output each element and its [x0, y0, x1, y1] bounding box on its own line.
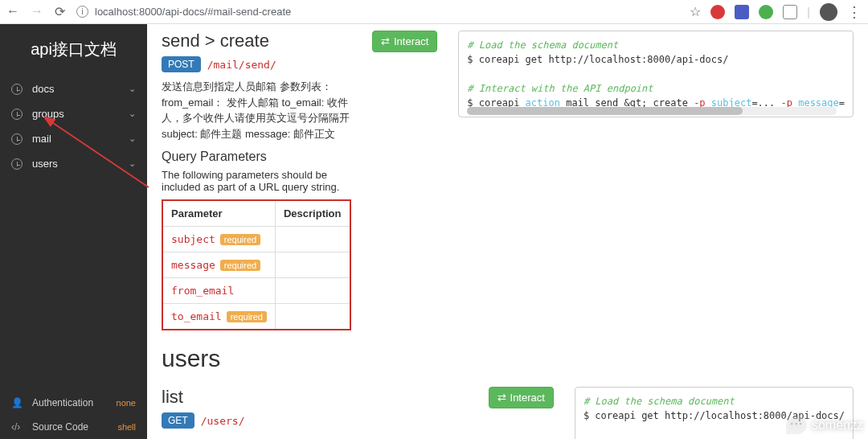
chevron-down-icon: ⌄ [129, 133, 136, 144]
address-bar[interactable]: i localhost:8000/api-docs/#mail-send-cre… [76, 6, 678, 18]
clock-icon [11, 158, 23, 170]
sidebar-footer-label: Source Code [32, 421, 88, 433]
interact-button[interactable]: Interact [489, 387, 554, 408]
endpoint-description: 发送信息到指定人员邮箱 参数列表： from_email： 发件人邮箱 to_e… [162, 79, 351, 142]
code-example: # Load the schema document $ coreapi get… [575, 387, 854, 439]
th-description: Description [275, 200, 350, 227]
browser-right-icons: ☆ | ⋮ [690, 3, 862, 21]
sidebar-item-docs[interactable]: docs ⌄ [0, 76, 147, 101]
clock-icon [11, 133, 23, 145]
endpoint-users-list: list GET /users/ API endpoint that allow… [162, 380, 854, 439]
endpoint-mail-send-create: send > create POST /mail/send/ 发送信息到指定人员… [162, 24, 854, 330]
sidebar-item-label: groups [32, 108, 64, 120]
th-parameter: Parameter [162, 200, 275, 227]
param-name: from_email [171, 285, 234, 297]
sidebar-footer-value: shell [117, 422, 136, 432]
star-icon[interactable]: ☆ [690, 4, 701, 19]
interact-button[interactable]: Interact [372, 31, 437, 52]
sidebar-item-mail[interactable]: mail ⌄ [0, 126, 147, 151]
nav-buttons: ← → ⟳ [6, 4, 65, 19]
info-icon: i [76, 6, 88, 18]
sidebar: api接口文档 docs ⌄ groups ⌄ mail ⌄ users ⌄ [0, 24, 147, 439]
browser-toolbar: ← → ⟳ i localhost:8000/api-docs/#mail-se… [0, 0, 868, 24]
sidebar-footer-value: none [117, 398, 136, 408]
param-name: to_email [171, 310, 222, 322]
method-badge-post: POST [162, 56, 201, 72]
abp-icon[interactable] [710, 5, 725, 19]
scrollbar-thumb[interactable] [467, 107, 743, 115]
sidebar-item-label: docs [32, 83, 54, 95]
reload-button[interactable]: ⟳ [55, 4, 65, 19]
sidebar-item-label: users [32, 158, 58, 170]
code-icon: ‹/› [11, 421, 23, 433]
endpoint-path: /users/ [201, 415, 245, 427]
sidebar-auth-row[interactable]: 👤 Authentication none [0, 391, 147, 415]
chevron-down-icon: ⌄ [129, 84, 136, 94]
clock-icon [11, 84, 23, 95]
sidebar-nav: docs ⌄ groups ⌄ mail ⌄ users ⌄ [0, 76, 147, 176]
endpoint-title: list [162, 387, 468, 408]
profile-avatar[interactable] [820, 3, 837, 21]
code-example: # Load the schema document $ coreapi get… [458, 31, 854, 117]
table-row: to_emailrequired [162, 304, 350, 330]
sidebar-item-groups[interactable]: groups ⌄ [0, 101, 147, 126]
ext-icon-blue[interactable] [735, 5, 749, 19]
user-icon: 👤 [11, 397, 23, 408]
required-badge: required [220, 260, 260, 271]
chevron-down-icon: ⌄ [129, 109, 136, 119]
params-table: Parameter Description subjectrequired me… [162, 199, 351, 330]
sidebar-footer-label: Authentication [32, 397, 93, 408]
ext-icon-green[interactable] [759, 5, 773, 19]
url-text: localhost:8000/api-docs/#mail-send-creat… [95, 6, 291, 18]
chevron-down-icon: ⌄ [129, 158, 136, 169]
param-name: subject [171, 233, 215, 245]
param-name: message [171, 259, 215, 271]
method-badge-get: GET [162, 412, 194, 429]
required-badge: required [227, 311, 267, 322]
sidebar-footer: 👤 Authentication none ‹/› Source Code sh… [0, 391, 147, 439]
ext-icon-shield[interactable] [783, 5, 797, 19]
table-row: messagerequired [162, 252, 350, 278]
endpoint-title: send > create [162, 31, 269, 51]
group-heading-users: users [162, 345, 854, 372]
menu-dots-icon[interactable]: ⋮ [847, 3, 862, 21]
table-row: subjectrequired [162, 227, 350, 252]
sidebar-item-label: mail [32, 133, 51, 145]
sidebar-item-users[interactable]: users ⌄ [0, 151, 147, 176]
endpoint-path: /mail/send/ [207, 59, 276, 71]
main-content: send > create POST /mail/send/ 发送信息到指定人员… [147, 24, 868, 439]
sidebar-title: api接口文档 [0, 24, 147, 76]
sidebar-source-row[interactable]: ‹/› Source Code shell [0, 415, 147, 439]
query-params-sub: The following parameters should be inclu… [162, 169, 351, 193]
table-row: from_email [162, 278, 350, 304]
endpoint-description: API endpoint that allows users to be vie… [162, 435, 468, 439]
clock-icon [11, 109, 23, 120]
forward-button[interactable]: → [31, 4, 43, 19]
query-params-heading: Query Parameters [162, 150, 351, 164]
required-badge: required [220, 234, 260, 245]
back-button[interactable]: ← [6, 4, 19, 19]
